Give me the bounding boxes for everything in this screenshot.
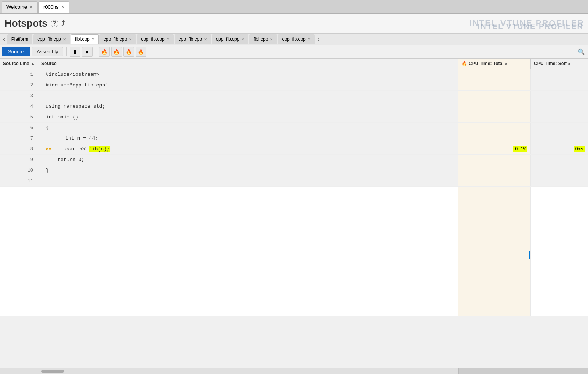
file-tab-cpp-fib-1[interactable]: cpp_fib.cpp ✕ bbox=[33, 34, 70, 44]
code-row-8: 8 »» cout << fib(n); 0.1% 0ms bbox=[0, 144, 588, 155]
right-scrollbar-section-2 bbox=[531, 368, 588, 374]
code-row-1: 1 #include<iostream> bbox=[0, 69, 588, 80]
stop-button[interactable]: ■ bbox=[82, 47, 93, 57]
tabs-prev-arrow[interactable]: ‹ bbox=[1, 35, 7, 43]
code-cell-self-1 bbox=[531, 69, 588, 80]
tab-welcome-close[interactable]: ✕ bbox=[29, 5, 33, 10]
file-tab-fibi-2[interactable]: fibi.cpp ✕ bbox=[249, 34, 277, 44]
flame-btn-3[interactable]: 🔥 bbox=[123, 47, 134, 57]
code-row-11: 11 bbox=[0, 176, 588, 187]
title-bar: Welcome ✕ r000hs ✕ bbox=[0, 0, 588, 14]
line-num-6: 6 bbox=[0, 123, 38, 133]
col-header-cpu-self[interactable]: CPU Time: Self » bbox=[531, 59, 588, 69]
cpu-total-value-8: 0.1% bbox=[513, 146, 527, 152]
file-tab-cpp-fib-5[interactable]: cpp_fib.cpp ✕ bbox=[212, 34, 248, 44]
file-tab-cpp-fib-4-close[interactable]: ✕ bbox=[204, 37, 207, 42]
file-tab-platform[interactable]: Platform bbox=[7, 34, 33, 44]
line-num-2: 2 bbox=[0, 80, 38, 90]
code-cell-self-6 bbox=[531, 123, 588, 133]
help-icon[interactable]: ? bbox=[51, 20, 58, 27]
line-num-10: 10 bbox=[0, 165, 38, 176]
code-cell-total-3 bbox=[458, 91, 531, 101]
code-cell-self-2 bbox=[531, 80, 588, 90]
col-header-source[interactable]: Source bbox=[38, 59, 458, 69]
flame-btn-1[interactable]: 🔥 bbox=[99, 47, 110, 57]
code-cell-self-3 bbox=[531, 91, 588, 101]
file-tab-fibi-close[interactable]: ✕ bbox=[91, 37, 95, 42]
flame-btn-2[interactable]: 🔥 bbox=[111, 47, 122, 57]
arrow-indicator: »» bbox=[46, 146, 52, 152]
code-cell-total-2 bbox=[458, 80, 531, 90]
file-tab-cpp-fib-6[interactable]: cpp_fib.cpp ✕ bbox=[278, 34, 314, 44]
file-tab-fibi-2-close[interactable]: ✕ bbox=[270, 37, 273, 42]
code-content-4: using namespace std; bbox=[38, 101, 458, 112]
code-row-2: 2 #include"cpp_fib.cpp" bbox=[0, 80, 588, 91]
stop-icon: ■ bbox=[85, 49, 88, 55]
code-cell-total-11 bbox=[458, 176, 531, 186]
col-cpu-self-label: CPU Time: Self bbox=[534, 61, 567, 66]
code-content-9: return 0; bbox=[38, 155, 458, 165]
file-tab-cpp-fib-3-close[interactable]: ✕ bbox=[167, 37, 170, 42]
code-area[interactable]: 1 #include<iostream> 2 #include"cpp_fib.… bbox=[0, 69, 588, 368]
flame-icon-3: 🔥 bbox=[125, 49, 132, 55]
file-tab-platform-label: Platform bbox=[11, 37, 29, 42]
code-line-8-highlight: fib(n); bbox=[89, 146, 110, 152]
col-source-label: Source bbox=[41, 61, 57, 66]
col-source-line-label: Source Line bbox=[3, 61, 29, 66]
code-cell-total-8: 0.1% bbox=[458, 144, 531, 154]
tab-welcome[interactable]: Welcome ✕ bbox=[2, 1, 38, 13]
file-tab-cpp-fib-3[interactable]: cpp_fib.cpp ✕ bbox=[137, 34, 173, 44]
file-tab-fibi[interactable]: fibi.cpp ✕ bbox=[71, 34, 99, 44]
file-tab-cpp-fib-5-close[interactable]: ✕ bbox=[241, 37, 244, 42]
hotspots-section: Hotspots ? ⤴ bbox=[5, 18, 65, 29]
file-tab-cpp-fib-6-close[interactable]: ✕ bbox=[308, 37, 311, 42]
col-header-source-line[interactable]: Source Line ▲ bbox=[0, 59, 38, 69]
horizontal-scrollbar[interactable] bbox=[38, 368, 458, 374]
code-line-8-prefix: cout << bbox=[53, 146, 89, 152]
file-tab-cpp-fib-1-close[interactable]: ✕ bbox=[63, 37, 66, 42]
tabs-next-arrow[interactable]: › bbox=[316, 35, 322, 43]
code-row-5: 5 int main () bbox=[0, 112, 588, 123]
file-tab-cpp-fib-2[interactable]: cpp_fib.cpp ✕ bbox=[99, 34, 136, 44]
file-tab-cpp-fib-6-label: cpp_fib.cpp bbox=[282, 37, 305, 42]
file-tab-cpp-fib-2-label: cpp_fib.cpp bbox=[104, 37, 127, 42]
code-cell-self-7 bbox=[531, 133, 588, 144]
col-header-cpu-total[interactable]: 🔥 CPU Time: Total » bbox=[458, 59, 531, 69]
toolbar-separator-1 bbox=[66, 47, 67, 56]
tab-r000hs-label: r000hs bbox=[43, 4, 59, 10]
code-content-11 bbox=[38, 176, 458, 186]
assembly-button[interactable]: Assembly bbox=[32, 47, 63, 56]
search-icon: 🔍 bbox=[578, 48, 585, 55]
source-button[interactable]: Source bbox=[2, 47, 30, 56]
tab-r000hs[interactable]: r000hs ✕ bbox=[38, 1, 69, 13]
code-content-7: int n = 44; bbox=[38, 133, 458, 144]
pause-button[interactable]: ⏸ bbox=[70, 47, 80, 57]
code-cell-total-9 bbox=[458, 155, 531, 165]
search-button[interactable]: 🔍 bbox=[576, 47, 586, 57]
line-num-1: 1 bbox=[0, 69, 38, 80]
code-row-4: 4 using namespace std; bbox=[0, 101, 588, 112]
flame-btn-4[interactable]: 🔥 bbox=[136, 47, 146, 57]
file-tab-cpp-fib-4[interactable]: cpp_fib.cpp ✕ bbox=[175, 34, 211, 44]
code-content-10: } bbox=[38, 165, 458, 176]
line-num-4: 4 bbox=[0, 101, 38, 112]
scroll-thumb[interactable] bbox=[41, 370, 64, 373]
tab-r000hs-close[interactable]: ✕ bbox=[61, 5, 64, 10]
col-cpu-self-expand[interactable]: » bbox=[568, 62, 570, 66]
share-icon[interactable]: ⤴ bbox=[61, 19, 65, 27]
line-num-11: 11 bbox=[0, 176, 38, 186]
file-tab-cpp-fib-5-label: cpp_fib.cpp bbox=[216, 37, 239, 42]
main-content: Source Line ▲ Source 🔥 CPU Time: Total »… bbox=[0, 59, 588, 374]
code-cell-self-8: 0ms bbox=[531, 144, 588, 154]
bottom-scrollbar[interactable] bbox=[0, 368, 588, 374]
code-row-7: 7 int n = 44; bbox=[0, 133, 588, 144]
code-cell-self-10 bbox=[531, 165, 588, 176]
code-cell-self-9 bbox=[531, 155, 588, 165]
code-cell-self-11 bbox=[531, 176, 588, 186]
tab-welcome-label: Welcome bbox=[6, 4, 27, 10]
code-cell-total-6 bbox=[458, 123, 531, 133]
file-tab-cpp-fib-1-label: cpp_fib.cpp bbox=[37, 37, 61, 42]
file-tab-cpp-fib-2-close[interactable]: ✕ bbox=[129, 37, 132, 42]
flame-icon-2: 🔥 bbox=[113, 49, 120, 55]
col-cpu-total-expand[interactable]: » bbox=[505, 62, 508, 66]
